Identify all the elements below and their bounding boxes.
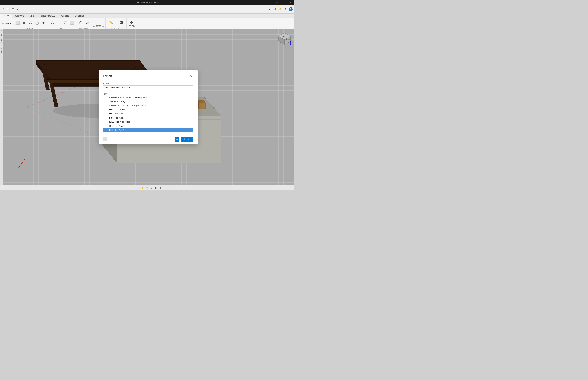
- inspect-tools: 📏: [108, 19, 114, 27]
- display-icon[interactable]: ◱: [150, 186, 153, 190]
- item-label-0: Autodesk Fusion 360 Archive Files (*.f3d…: [109, 96, 147, 99]
- item-label-1: 3MF Files (*.3mf): [109, 100, 125, 103]
- tab-surface[interactable]: SURFACE: [12, 14, 27, 18]
- create-arrow: ▾: [33, 27, 34, 29]
- item-label-6: IGES Files (*.igs *.iges): [109, 121, 131, 123]
- new-component-tool[interactable]: ⬜: [15, 19, 20, 27]
- dialog-title: Export: [103, 74, 112, 78]
- press-pull-tool[interactable]: ⬡: [49, 19, 56, 27]
- plane-tool[interactable]: [96, 20, 101, 25]
- add-tab-button[interactable]: +: [262, 7, 266, 11]
- title-bar: ⬡ Bench and Table for Revit v1 ─ □ ✕: [0, 0, 294, 5]
- help-button[interactable]: ?: [284, 7, 288, 11]
- maximize-button[interactable]: □: [280, 0, 287, 5]
- modify-tools: ⬡ ◷ ◸ ⬜: [49, 19, 75, 27]
- dropdown-item-6[interactable]: IGES Files (*.igs *.iges): [103, 120, 193, 124]
- ribbon-group-construct: CONSTRUCT ▾: [92, 18, 106, 29]
- top-toolbar: ⊞ 📄 💾 ↩ ↪ ⋯ + ☁ ⊙1 🔔 ? MH: [0, 5, 294, 14]
- main-area: » BROWSER COMMENTS: [0, 29, 294, 185]
- tab-sheet-metal[interactable]: SHEET METAL: [38, 14, 58, 18]
- sweep-tool[interactable]: ◯: [34, 19, 40, 27]
- select-tool[interactable]: ✥: [129, 20, 134, 25]
- extrude-tool[interactable]: ◼: [21, 19, 27, 27]
- measure-tool[interactable]: 📏: [108, 19, 114, 27]
- save-button[interactable]: 💾: [11, 7, 15, 11]
- design-label: DESIGN: [2, 23, 9, 25]
- dropdown-item-5[interactable]: FBX Files (*.fbx): [103, 116, 193, 120]
- item-label-3: DWG Files (*.dwg): [109, 109, 126, 111]
- left-sidebar: » BROWSER COMMENTS: [0, 29, 3, 185]
- dialog-overlay: Export ✕ Name: Type: ✓ Autodesk Fusion 3…: [3, 29, 294, 185]
- file-button[interactable]: 📄: [6, 7, 11, 11]
- export-color-btn[interactable]: ⬡: [174, 137, 179, 142]
- sidebar-expand-btn[interactable]: »: [0, 29, 2, 32]
- dropdown-item-0[interactable]: ✓ Autodesk Fusion 360 Archive Files (*.f…: [103, 95, 193, 99]
- more-button[interactable]: ⋯: [25, 7, 30, 11]
- grid-icon[interactable]: ▦: [158, 186, 162, 190]
- insert-tool[interactable]: 🖼: [118, 19, 124, 27]
- user-avatar[interactable]: MH: [289, 7, 293, 11]
- viewport: Z X FRONT RIGHT X Y: [3, 29, 294, 185]
- cloud-button[interactable]: ☁: [267, 7, 271, 11]
- ribbon-group-modify: ⬡ ◷ ◸ ⬜ MODIFY ▾: [48, 18, 76, 29]
- tab-utilities[interactable]: UTILITIES: [72, 14, 87, 18]
- dropdown-item-4[interactable]: DXF Files (*.dxf): [103, 112, 193, 116]
- motion-link-tool[interactable]: ⊕: [84, 19, 90, 27]
- split-icon[interactable]: ◧: [154, 186, 158, 190]
- joint-tool[interactable]: ⬡: [78, 19, 84, 27]
- assemble-tools: ⬡ ⊕: [78, 19, 90, 27]
- snap-icon[interactable]: ⊕: [132, 186, 136, 190]
- zoom-icon[interactable]: 🔍: [145, 186, 149, 190]
- chamfer-tool[interactable]: ◸: [62, 19, 68, 27]
- toolbar-left-group: ⊞ 📄 💾 ↩ ↪ ⋯: [0, 5, 31, 13]
- dropdown-item-7[interactable]: OBJ Files (*.obj): [103, 124, 193, 128]
- name-label: Name:: [103, 83, 193, 85]
- dropdown-item-9[interactable]: SketchUp Files (*.skp): [103, 132, 193, 133]
- dropdown-item-1[interactable]: 3MF Files (*.3mf): [103, 99, 193, 104]
- dropdown-item-8[interactable]: SAT Files (*.sat): [103, 128, 193, 132]
- ellipsis-button[interactable]: ...: [103, 137, 107, 141]
- select-arrow: ▾: [134, 26, 135, 28]
- window-title: ⬡ Bench and Table for Revit v1: [133, 1, 160, 4]
- cloud-save-icon[interactable]: ☁: [136, 186, 140, 190]
- design-dropdown[interactable]: DESIGN ▾: [0, 18, 13, 29]
- close-button[interactable]: ✕: [287, 0, 294, 5]
- select-label: SELECT ▾: [128, 26, 135, 28]
- user-count-button[interactable]: ⊙1: [273, 7, 277, 11]
- apps-button[interactable]: ⊞: [1, 7, 6, 11]
- ribbon-group-inspect: 📏 INSPECT ▾: [106, 18, 116, 29]
- notifications-button[interactable]: 🔔: [278, 7, 283, 11]
- export-button[interactable]: Export: [181, 137, 193, 142]
- name-input[interactable]: [103, 85, 193, 90]
- construct-tools: [96, 20, 101, 25]
- minimize-button[interactable]: ─: [274, 0, 280, 5]
- tab-plastic[interactable]: PLASTIC: [58, 14, 72, 18]
- create-tools: ⬜ ◼ ⬡ ◯ ◈: [15, 19, 46, 27]
- status-bar: ⊕ ☁ ✋ 🔍 ◱ ◧ ▦: [0, 185, 294, 190]
- dropdown-item-3[interactable]: DWG Files (*.dwg): [103, 108, 193, 112]
- item-label-7: OBJ Files (*.obj): [109, 125, 124, 127]
- dialog-header: Export ✕: [99, 70, 198, 80]
- window-controls: ─ □ ✕: [274, 0, 294, 5]
- dialog-body: Name: Type: ✓ Autodesk Fusion 360 Archiv…: [99, 80, 198, 135]
- ribbon-group-assemble: ⬡ ⊕ ASSEMBLE ▾: [76, 18, 92, 29]
- shell-tool[interactable]: ⬜: [69, 19, 75, 27]
- undo-button[interactable]: ↩: [16, 7, 20, 11]
- tab-mesh[interactable]: MESH: [27, 14, 38, 18]
- revolve-tool[interactable]: ⬡: [27, 19, 34, 27]
- ribbon-group-select: ✥ SELECT ▾: [127, 18, 137, 29]
- type-label: Type:: [103, 93, 193, 95]
- browser-tab[interactable]: BROWSER: [0, 32, 2, 44]
- loft-tool[interactable]: ◈: [40, 19, 46, 27]
- dialog-close-button[interactable]: ✕: [189, 74, 193, 78]
- comments-tab[interactable]: COMMENTS: [0, 44, 2, 57]
- dropdown-item-2[interactable]: Autodesk Inventor 2021 Files (*.ipt *.ia…: [103, 104, 193, 108]
- assemble-arrow: ▾: [88, 27, 89, 29]
- pan-icon[interactable]: ✋: [141, 186, 144, 190]
- fillet-tool[interactable]: ◷: [56, 19, 62, 27]
- redo-button[interactable]: ↪: [20, 7, 25, 11]
- inspect-label: INSPECT ▾: [107, 27, 115, 29]
- construct-arrow: ▾: [103, 26, 104, 28]
- tab-solid[interactable]: SOLID: [0, 14, 12, 18]
- dropdown-list: ✓ Autodesk Fusion 360 Archive Files (*.f…: [103, 95, 193, 133]
